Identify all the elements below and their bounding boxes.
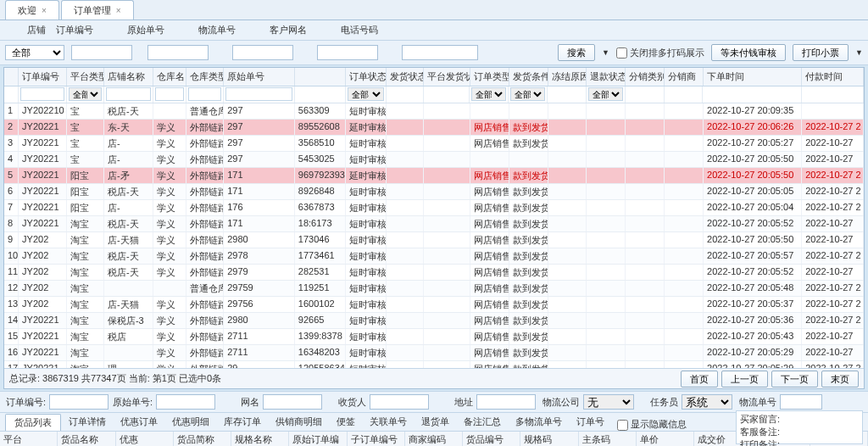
sh-sub[interactable]: 子订单编号	[348, 432, 405, 446]
subtab-multiexp[interactable]: 多物流单号	[509, 413, 569, 431]
col-platform[interactable]: 平台类型	[67, 68, 104, 86]
subtab-note[interactable]: 便签	[330, 413, 362, 431]
sh-spec[interactable]: 规格名称	[231, 432, 289, 446]
table-row[interactable]: 3JY20221宝店-学义外部链路疗2973568510短时审核网店销售款到发货…	[4, 136, 864, 152]
det-expno[interactable]	[780, 394, 822, 410]
last-page-button[interactable]: 末页	[821, 371, 859, 387]
lbl-phone: 电话号码	[337, 24, 378, 36]
buyer-input[interactable]	[317, 45, 378, 60]
table-row[interactable]: 7JY20221阳宝店-学义外部链路疗1766367873短时审核网店销售款到发…	[4, 200, 864, 216]
col-distcat[interactable]: 分销类别	[626, 68, 665, 86]
flt-platform[interactable]: 全部	[69, 87, 102, 101]
col-orderstatus[interactable]: 订单状态	[346, 68, 387, 86]
col-whtype[interactable]: 仓库类型	[186, 68, 224, 86]
col-orderno[interactable]: 订单编号	[19, 68, 67, 86]
flt-orig[interactable]	[225, 87, 292, 101]
close-icon[interactable]: ×	[116, 6, 121, 15]
det-orderno[interactable]	[49, 394, 108, 410]
sh-speccode[interactable]: 规格码	[520, 432, 578, 446]
prev-page-button[interactable]: 上一页	[721, 371, 768, 387]
subtab-return[interactable]: 退货单	[415, 413, 456, 431]
col-extra[interactable]	[295, 68, 346, 86]
orderno-input[interactable]	[71, 45, 132, 60]
next-page-button[interactable]: 下一页	[771, 371, 818, 387]
table-row[interactable]: 8JY20221淘宝税店-天学义外部链路疗17118:6173短时审核网店销售款…	[4, 216, 864, 232]
phone-input[interactable]	[402, 45, 478, 60]
table-row[interactable]: 14JY20221淘宝保税店-3学义外部链路疗298092665短时审核网店销售…	[4, 313, 864, 329]
col-refund[interactable]: 退款状态	[587, 68, 626, 86]
flt-wht[interactable]	[188, 87, 221, 101]
first-page-button[interactable]: 首页	[681, 371, 718, 387]
det-recv[interactable]	[370, 394, 429, 410]
col-platship[interactable]: 平台发货状态	[424, 68, 470, 86]
grid-body[interactable]: 1JY202210宝税店-天 普通仓库297563309短时审核2022-10-…	[4, 103, 864, 368]
table-row[interactable]: 15JY20221淘宝税店学义外部链路疗27111399:8378短时审核网店销…	[4, 329, 864, 345]
flt-cond[interactable]: 全部	[510, 87, 545, 101]
sh-mer[interactable]: 商家编码	[405, 432, 463, 446]
col-origno[interactable]: 原始单号	[224, 68, 295, 86]
tab-order-mgmt[interactable]: 订单管理×	[61, 0, 134, 20]
table-row[interactable]: 6JY20221阳宝税店-天学义外部链路疗1718926848短时审核网店销售款…	[4, 184, 864, 200]
sh-promo[interactable]: 优惠	[116, 432, 174, 446]
tab-welcome[interactable]: 欢迎×	[5, 0, 59, 20]
sh-orig[interactable]: 原始订单编号	[289, 432, 347, 446]
subtab-remarks[interactable]: 备注汇总	[457, 413, 508, 431]
col-warehouse[interactable]: 仓库名	[153, 68, 186, 86]
subtab-ono[interactable]: 订单号	[570, 413, 611, 431]
sh-platform[interactable]: 平台	[0, 432, 58, 446]
col-shop[interactable]: 店铺名称	[104, 68, 153, 86]
sh-goods[interactable]: 货品名称	[58, 432, 115, 446]
print-button[interactable]: 打印小票	[793, 44, 849, 61]
det-exp[interactable]: 无	[583, 394, 634, 410]
store-select[interactable]: 全部	[5, 45, 64, 60]
flt-shop[interactable]	[106, 87, 152, 101]
col-cond[interactable]: 发货条件	[509, 68, 548, 86]
col-freeze[interactable]: 冻结原因	[548, 68, 587, 86]
sh-goodsno[interactable]: 货品编号	[463, 432, 520, 446]
flt-refund[interactable]: 全部	[588, 87, 623, 101]
sh-barcode[interactable]: 主条码	[579, 432, 637, 446]
origno-input[interactable]	[147, 45, 209, 60]
chk-hide[interactable]: 显示隐藏信息	[617, 418, 687, 431]
flt-otype[interactable]: 全部	[471, 87, 506, 101]
table-row[interactable]: 4JY20221宝店-学义外部链路疗2975453025短时审核2022-10-…	[4, 152, 864, 168]
table-row[interactable]: 5JY20221阳宝店-矛学义外部链路疗171969792393延时审核网店销售…	[4, 168, 864, 184]
subtab-detail[interactable]: 订单详情	[62, 413, 113, 431]
sh-short[interactable]: 货品简称	[174, 432, 231, 446]
wait-button[interactable]: 等未付钱审核	[711, 44, 786, 61]
search-button[interactable]: 搜索	[558, 44, 595, 61]
order-grid: 订单编号 平台类型 店铺名称 仓库名 仓库类型 原始单号 订单状态 发货状态 平…	[3, 67, 865, 389]
subtab-supplier[interactable]: 供销商明细	[269, 413, 329, 431]
table-row[interactable]: 1JY202210宝税店-天 普通仓库297563309短时审核2022-10-…	[4, 103, 864, 120]
table-row[interactable]: 12JY202淘宝 普通仓库29759119251短时审核网店销售款到发货202…	[4, 281, 864, 297]
det-addr[interactable]	[476, 394, 536, 410]
table-row[interactable]: 2JY20221宝东-天学义外部链路疗29789552608延时审核网店销售款到…	[4, 120, 864, 136]
subtab-promodet[interactable]: 优惠明细	[165, 413, 216, 431]
tab-order-label: 订单管理	[74, 4, 111, 17]
col-ordertime[interactable]: 下单时间	[704, 68, 802, 86]
subtab-stock[interactable]: 库存订单	[217, 413, 268, 431]
table-row[interactable]: 17JY20221淘宝理学义外部链路疗29120558634短时审核网店销售款到…	[4, 361, 864, 368]
close-icon[interactable]: ×	[42, 6, 47, 15]
sh-price[interactable]: 单价	[637, 432, 694, 446]
expno-input[interactable]	[232, 45, 293, 60]
subtab-goods[interactable]: 货品列表	[5, 414, 61, 431]
col-paytime[interactable]: 付款时间	[802, 68, 864, 86]
subtab-related[interactable]: 关联单号	[363, 413, 414, 431]
det-orig[interactable]	[156, 394, 215, 410]
subtab-promo[interactable]: 优惠订单	[114, 413, 164, 431]
flt-orderno[interactable]	[20, 87, 64, 101]
chk-closemulti[interactable]: 关闭排多打码展示	[616, 47, 704, 59]
det-clerk[interactable]: 系统	[682, 394, 732, 410]
table-row[interactable]: 11JY202淘宝税店-天学义外部链路疗2979282531短时审核网店销售款到…	[4, 265, 864, 281]
flt-status[interactable]: 全部	[348, 87, 384, 101]
table-row[interactable]: 13JY202淘宝店-天猫学义外部链路疗297561600102短时审核网店销售…	[4, 297, 864, 313]
col-shipstatus[interactable]: 发货状态	[387, 68, 424, 86]
flt-wh[interactable]	[155, 87, 184, 101]
table-row[interactable]: 10JY202淘宝税店-天学义外部链路疗29781773461短时审核网店销售款…	[4, 248, 864, 265]
table-row[interactable]: 16JY20221淘宝 学义外部链路疗271116348203短时审核网店销售款…	[4, 345, 864, 361]
det-name[interactable]	[263, 394, 322, 410]
col-distrib[interactable]: 分销商	[665, 68, 704, 86]
table-row[interactable]: 9JY202淘宝店-天猫学义外部链路疗2980173046短时审核网店销售款到发…	[4, 232, 864, 248]
col-ordertype[interactable]: 订单类型	[470, 68, 509, 86]
